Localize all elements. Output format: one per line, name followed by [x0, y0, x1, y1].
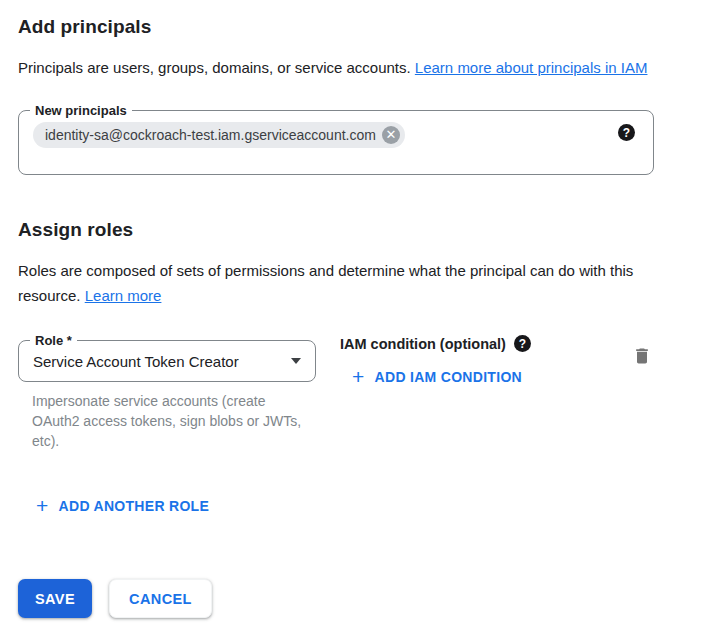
dropdown-caret-icon [291, 358, 301, 364]
add-another-role-button[interactable]: + ADD ANOTHER ROLE [28, 491, 217, 521]
delete-role-button[interactable] [632, 346, 652, 366]
iam-condition-column: IAM condition (optional) ? + ADD IAM CON… [340, 340, 531, 392]
role-column: Role * Service Account Token Creator Imp… [18, 340, 316, 451]
add-iam-condition-label: ADD IAM CONDITION [375, 369, 522, 385]
save-button[interactable]: SAVE [18, 579, 92, 618]
role-dropdown[interactable]: Role * Service Account Token Creator [18, 340, 316, 382]
role-helper-text: Impersonate service accounts (create OAu… [32, 391, 316, 451]
iam-condition-label: IAM condition (optional) [340, 336, 506, 352]
new-principals-label: New principals [30, 103, 132, 118]
principals-description: Principals are users, groups, domains, o… [18, 55, 678, 80]
page-title: Add principals [18, 16, 695, 38]
new-principals-field[interactable]: New principals identity-sa@cockroach-tes… [18, 110, 654, 175]
trash-icon [632, 346, 652, 366]
iam-condition-label-row: IAM condition (optional) ? [340, 335, 531, 352]
learn-more-roles-link[interactable]: Learn more [85, 287, 162, 304]
cancel-button[interactable]: CANCEL [109, 579, 212, 618]
add-principals-panel: Add principals Principals are users, gro… [0, 0, 713, 624]
principal-chip[interactable]: identity-sa@cockroach-test.iam.gservicea… [33, 122, 405, 148]
new-principals-help-icon[interactable]: ? [618, 124, 635, 141]
role-label: Role * [30, 333, 77, 348]
roles-description: Roles are composed of sets of permission… [18, 258, 678, 308]
principal-chip-text: identity-sa@cockroach-test.iam.gservicea… [45, 127, 376, 143]
role-selected-value: Service Account Token Creator [33, 353, 283, 370]
iam-condition-help-icon[interactable]: ? [514, 335, 531, 352]
plus-icon: + [352, 368, 365, 386]
assign-roles-title: Assign roles [18, 219, 695, 241]
role-row: Role * Service Account Token Creator Imp… [18, 340, 658, 451]
chip-remove-icon[interactable]: ✕ [382, 126, 400, 144]
action-buttons-row: SAVE CANCEL [18, 579, 695, 618]
add-another-role-label: ADD ANOTHER ROLE [59, 498, 210, 514]
plus-icon: + [36, 497, 49, 515]
learn-more-principals-link[interactable]: Learn more about principals in IAM [415, 59, 648, 76]
principals-description-text: Principals are users, groups, domains, o… [18, 59, 415, 76]
add-iam-condition-button[interactable]: + ADD IAM CONDITION [344, 362, 530, 392]
